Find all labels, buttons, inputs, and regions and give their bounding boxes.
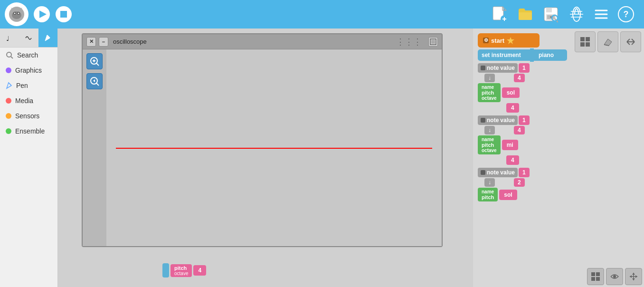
down-arrow-row-1: ↓ 4 bbox=[484, 74, 567, 82]
svg-text:⚙: ⚙ bbox=[484, 38, 488, 43]
help-button[interactable]: ? bbox=[617, 6, 635, 23]
note-block-3: note value 1 ↓ 2 bbox=[478, 168, 567, 201]
dialog-expand-button[interactable] bbox=[428, 37, 438, 47]
svg-rect-11 bbox=[60, 11, 67, 18]
dialog-minimize-button[interactable]: − bbox=[99, 37, 108, 47]
svg-line-46 bbox=[96, 63, 99, 66]
eraser-button[interactable] bbox=[597, 31, 618, 52]
set-instrument-block[interactable]: set instrument bbox=[478, 49, 530, 61]
octave-value-4a[interactable]: 4 bbox=[506, 103, 519, 113]
sidebar-tab-music[interactable]: ♩ bbox=[0, 29, 19, 47]
down-arrow-row-2: ↓ 4 bbox=[484, 126, 567, 134]
svg-rect-18 bbox=[519, 12, 532, 20]
note-value-4a[interactable]: 4 bbox=[514, 74, 525, 82]
sidebar-item-media[interactable]: Media bbox=[0, 93, 57, 108]
oscilloscope-dialog: ✕ − oscilloscope ⋮⋮⋮ bbox=[82, 33, 443, 247]
note-gray-block-2[interactable]: note value bbox=[478, 115, 518, 125]
svg-marker-61 bbox=[507, 37, 514, 44]
down-arrow-block-1[interactable]: ↓ bbox=[484, 74, 495, 82]
octave-val-row-1: 4 bbox=[506, 103, 567, 113]
sidebar-item-sensors[interactable]: Sensors bbox=[0, 108, 57, 124]
play-button[interactable] bbox=[33, 6, 50, 23]
sol-block-3[interactable]: sol bbox=[499, 190, 517, 200]
svg-point-1 bbox=[12, 11, 21, 19]
graphics-dot bbox=[6, 67, 11, 73]
down-arrow-block-3[interactable]: ↓ bbox=[484, 178, 495, 187]
sidebar-item-graphics-label: Graphics bbox=[15, 67, 42, 74]
svg-line-39 bbox=[11, 57, 13, 58]
mi-block[interactable]: mi bbox=[502, 140, 518, 150]
sidebar-item-graphics[interactable]: Graphics bbox=[0, 63, 57, 78]
sensors-dot bbox=[6, 113, 11, 119]
open-file-button[interactable] bbox=[517, 6, 534, 23]
note-value-1c[interactable]: 1 bbox=[519, 168, 530, 177]
share-button[interactable] bbox=[568, 6, 585, 23]
note-value-1[interactable]: 1 bbox=[519, 63, 530, 73]
pitch-row-3: name pitch sol bbox=[478, 188, 567, 201]
note-block-1: note value 1 ↓ 4 bbox=[478, 63, 567, 113]
sol-block-1[interactable]: sol bbox=[502, 87, 520, 98]
osc-zoom-fit-button[interactable] bbox=[86, 73, 103, 89]
set-instrument-row: set instrument piano bbox=[478, 48, 567, 62]
sidebar-tab-pen[interactable] bbox=[38, 29, 57, 47]
note-gray-block-1[interactable]: note value bbox=[478, 63, 518, 73]
pitch-green-block-1[interactable]: name pitch octave bbox=[478, 83, 501, 102]
stop-icon bbox=[55, 6, 72, 23]
sidebar-item-sensors-label: Sensors bbox=[15, 112, 39, 120]
svg-rect-64 bbox=[481, 170, 485, 175]
right-panel: ⚙ start set instrument piano bbox=[473, 29, 644, 287]
sidebar-item-ensemble[interactable]: Ensemble bbox=[0, 124, 57, 139]
octave-value-4b[interactable]: 4 bbox=[506, 155, 519, 165]
collapse-button[interactable] bbox=[620, 31, 641, 52]
bottom-pitch-blocks: pitch octave 4 bbox=[162, 263, 206, 277]
save-button[interactable] bbox=[542, 6, 559, 23]
sidebar-tabs: ♩ bbox=[0, 29, 57, 48]
sidebar-item-pen[interactable]: Pen bbox=[0, 78, 57, 93]
svg-marker-75 bbox=[635, 275, 637, 278]
svg-text:♩: ♩ bbox=[6, 35, 9, 42]
bottom-block-row: pitch octave 4 bbox=[162, 263, 206, 277]
down-arrow-block-2[interactable]: ↓ bbox=[484, 126, 495, 134]
right-eye-button[interactable] bbox=[606, 268, 623, 285]
new-file-button[interactable] bbox=[491, 6, 508, 23]
share-icon bbox=[568, 6, 585, 23]
note-connector-icon-3 bbox=[481, 170, 485, 175]
svg-point-5 bbox=[18, 13, 19, 14]
svg-point-69 bbox=[613, 275, 616, 278]
note-value-4b[interactable]: 4 bbox=[514, 126, 525, 134]
pitch-green-block-2[interactable]: name pitch octave bbox=[478, 135, 501, 154]
note-connector-icon-1 bbox=[481, 66, 485, 70]
pitch-block-bottom[interactable]: pitch octave bbox=[170, 264, 192, 277]
value-4-block[interactable]: 4 bbox=[193, 265, 206, 276]
svg-marker-73 bbox=[632, 278, 635, 280]
note-value-2[interactable]: 2 bbox=[514, 178, 525, 187]
osc-zoom-in-button[interactable] bbox=[86, 53, 103, 69]
note-row-1: note value 1 bbox=[478, 63, 567, 73]
eraser-icon bbox=[602, 36, 614, 48]
right-expand-button[interactable] bbox=[625, 268, 642, 285]
oscilloscope-tools bbox=[83, 49, 106, 246]
sidebar-item-media-label: Media bbox=[15, 97, 33, 105]
dialog-title: oscilloscope bbox=[111, 38, 393, 45]
down-arrow-row-3: ↓ 2 bbox=[484, 178, 567, 187]
sidebar-tab-sound[interactable] bbox=[19, 29, 38, 47]
ensemble-dot bbox=[6, 128, 11, 134]
svg-text:?: ? bbox=[624, 10, 629, 19]
svg-point-38 bbox=[7, 52, 11, 57]
canvas-area[interactable]: oscilloscope on action do ✕ − oscillosco… bbox=[58, 29, 473, 287]
menu-button[interactable] bbox=[594, 7, 609, 22]
svg-rect-50 bbox=[586, 37, 590, 41]
note-gray-block-3[interactable]: note value bbox=[478, 168, 518, 177]
start-block[interactable]: ⚙ start bbox=[478, 33, 540, 48]
sidebar-item-search[interactable]: Search bbox=[0, 48, 57, 63]
dialog-close-button[interactable]: ✕ bbox=[86, 37, 96, 47]
grid-view-button[interactable] bbox=[575, 31, 596, 52]
music-note-icon: ♩ bbox=[5, 33, 14, 43]
pitch-green-block-3[interactable]: name pitch bbox=[478, 188, 498, 201]
piano-block[interactable]: piano bbox=[534, 49, 567, 61]
svg-line-40 bbox=[9, 83, 11, 86]
note-value-1b[interactable]: 1 bbox=[519, 115, 530, 125]
oscilloscope-signal-line bbox=[116, 148, 432, 149]
right-grid-button[interactable] bbox=[587, 268, 604, 285]
stop-button[interactable] bbox=[55, 6, 72, 23]
